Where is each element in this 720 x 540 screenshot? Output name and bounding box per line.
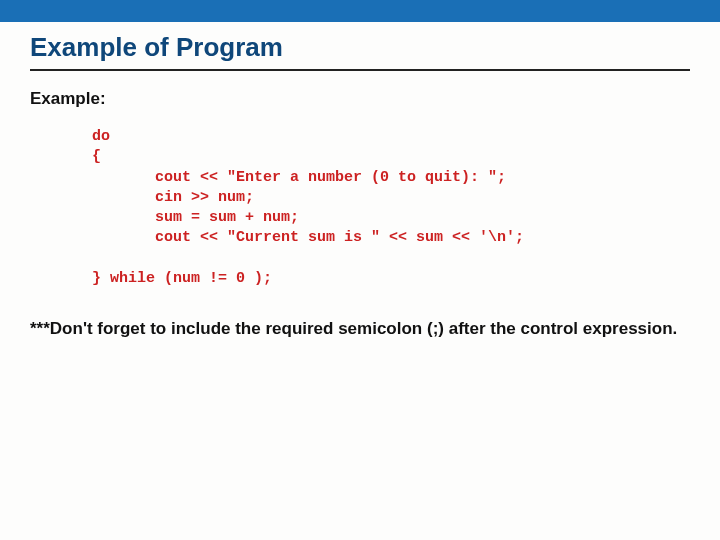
slide-title: Example of Program — [30, 32, 690, 71]
footer-note: ***Don't forget to include the required … — [30, 317, 690, 342]
code-block: do { cout << "Enter a number (0 to quit)… — [92, 127, 690, 289]
slide-content: Example of Program Example: do { cout <<… — [0, 22, 720, 342]
top-bar — [0, 0, 720, 22]
example-label: Example: — [30, 89, 690, 109]
